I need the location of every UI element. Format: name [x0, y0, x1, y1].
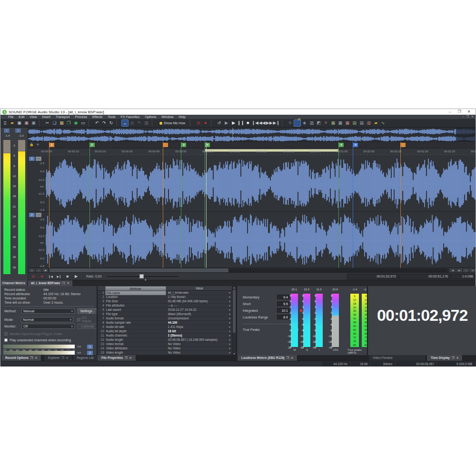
- stop-button[interactable]: ■: [64, 274, 71, 279]
- zoom-in-time-button[interactable]: +: [470, 268, 476, 272]
- row-dropdown-icon[interactable]: ▼: [228, 304, 231, 307]
- table-row[interactable]: 1File nameall_i_know.wav▼: [98, 291, 232, 295]
- table-row[interactable]: 13Video formatNo Video▼: [98, 342, 232, 347]
- channel-meter-bar-1[interactable]: [3, 140, 10, 274]
- menu-edit[interactable]: Edit: [19, 115, 24, 119]
- mdi-restore-button[interactable]: ❐: [466, 115, 469, 119]
- play-icon[interactable]: ▶: [230, 119, 237, 127]
- menu-transport[interactable]: Transport: [56, 115, 70, 119]
- record-icon[interactable]: ●: [202, 119, 209, 127]
- scrollbar-thumb[interactable]: [50, 268, 228, 272]
- zoom-out-button[interactable]: −: [36, 268, 41, 272]
- redo-icon[interactable]: ↷: [100, 119, 108, 127]
- menu-effects[interactable]: Effects: [92, 115, 102, 119]
- grid-b-icon[interactable]: ▤: [358, 119, 365, 127]
- marker-red-icon[interactable]: ▦: [344, 119, 351, 127]
- channel-meter-bar-2[interactable]: [18, 140, 25, 274]
- lock-icon[interactable]: [294, 119, 301, 127]
- zoom-in-button[interactable]: +: [29, 268, 35, 272]
- show-me-how-button[interactable]: Show Me How: [157, 121, 188, 125]
- marker-flag-3[interactable]: 3: [181, 143, 186, 147]
- close-panel-icon[interactable]: ✕: [129, 355, 132, 361]
- marker-tool-icon[interactable]: ▦: [329, 119, 337, 127]
- edit-tool-icon[interactable]: ↔: [121, 119, 129, 127]
- row-dropdown-icon[interactable]: ▼: [228, 317, 231, 320]
- row-dropdown-icon[interactable]: ▼: [228, 299, 231, 303]
- envelope-tool-icon[interactable]: ▥: [143, 119, 150, 127]
- checkbox[interactable]: [4, 332, 8, 336]
- marker-flag-2[interactable]: 2: [89, 143, 95, 147]
- tab-explorer[interactable]: Explorer❐✕: [44, 355, 73, 361]
- close-file-icon[interactable]: ✕: [67, 280, 69, 286]
- table-row[interactable]: 15Video lengthNo Video▼: [98, 351, 232, 355]
- tab-time-display[interactable]: Time Display❐✕: [427, 355, 463, 361]
- settings-button[interactable]: Settings...: [78, 308, 97, 314]
- tab-channel-meters[interactable]: Channel Meters: [0, 280, 28, 286]
- touch-tool-icon[interactable]: ✥: [287, 119, 294, 127]
- go-to-end-button[interactable]: ▶❙: [56, 274, 62, 279]
- undo-icon[interactable]: ↶: [93, 119, 100, 127]
- row-dropdown-icon[interactable]: ▼: [228, 329, 231, 333]
- marker-flag-x[interactable]: [400, 143, 406, 147]
- restore-button[interactable]: ❐: [455, 109, 464, 115]
- table-row[interactable]: 12Audio length00:06:08,457 ( 16.248.959 …: [98, 338, 232, 342]
- table-row[interactable]: 11Audio channels2 (Stereo)▼: [98, 334, 232, 338]
- table-row[interactable]: 8Audio sample rate44.100▼: [98, 321, 232, 325]
- table-row[interactable]: 3File Size63,48 MB (64.996.166 bytes)▼: [98, 299, 232, 304]
- scroll-right-button[interactable]: ▸: [456, 268, 462, 272]
- table-row[interactable]: 10Audio bit depth16 bit▼: [98, 329, 232, 334]
- column-header-value[interactable]: Value: [167, 286, 232, 291]
- menu-options[interactable]: Options: [145, 115, 156, 119]
- row-dropdown-icon[interactable]: ▼: [228, 351, 231, 355]
- rewind-icon[interactable]: ◀◀: [258, 119, 266, 127]
- channel-2-minimize[interactable]: –: [36, 213, 41, 217]
- record-select-method[interactable]: Manual▾: [21, 308, 75, 314]
- menu-file[interactable]: File: [8, 115, 13, 119]
- snap-icon[interactable]: ◈: [301, 119, 308, 127]
- table-row[interactable]: 14Video attributesNo Video▼: [98, 347, 232, 351]
- marker-flag-4[interactable]: 4: [205, 143, 210, 147]
- checkbox[interactable]: [4, 338, 8, 342]
- stop-icon[interactable]: ■: [244, 119, 251, 127]
- crossfade-icon[interactable]: ◩: [315, 119, 322, 127]
- waveform-channel-2[interactable]: 2– -2.5-6.0-12.0-Inf.-12.0-6.0-2.5: [28, 212, 476, 268]
- repeat-icon[interactable]: ↻: [108, 119, 115, 127]
- tab-file-properties[interactable]: File Properties❐✕: [98, 355, 136, 361]
- file-props-scrollbar[interactable]: ▲▼: [232, 286, 236, 355]
- close-panel-icon[interactable]: ✕: [291, 355, 293, 361]
- pencil-tool-icon[interactable]: ✎: [136, 119, 143, 127]
- menu-insert[interactable]: Insert: [42, 115, 50, 119]
- menu-fx-favorites[interactable]: FX Favorites: [121, 115, 140, 119]
- close-button[interactable]: ✕: [464, 109, 474, 115]
- play-all-icon[interactable]: ▶: [223, 119, 230, 127]
- delete-tool-icon[interactable]: ✕: [322, 119, 329, 127]
- menu-help[interactable]: Help: [178, 115, 185, 119]
- close-panel-icon[interactable]: ✕: [35, 355, 37, 361]
- table-row[interactable]: 6File typeWave (Microsoft)▼: [98, 312, 232, 317]
- overview-bar[interactable]: [28, 128, 476, 142]
- grid-a-icon[interactable]: ▤: [351, 119, 358, 127]
- row-dropdown-icon[interactable]: ▼: [228, 312, 231, 316]
- menu-process[interactable]: Process: [75, 115, 87, 119]
- scroll-left-button[interactable]: ◂: [450, 268, 456, 272]
- menu-view[interactable]: View: [30, 115, 37, 119]
- float-window-icon[interactable]: ❐: [30, 355, 33, 361]
- meter-chip-1[interactable]: 1: [4, 129, 10, 133]
- menu-tools[interactable]: Tools: [108, 115, 115, 119]
- record-into-icon[interactable]: ◉: [72, 119, 79, 127]
- tab-file-all-i-know[interactable]: all_i_know BSP.wav ❐ ✕: [28, 280, 72, 286]
- zoom-selection-button[interactable]: ◄: [42, 268, 48, 272]
- tab-loudness-meters[interactable]: Loudness Meters (EBU R128)❐✕: [238, 355, 298, 361]
- open-file-icon[interactable]: ▰: [9, 119, 16, 127]
- meter-chip-2[interactable]: 2: [15, 129, 21, 133]
- channel-1-chip[interactable]: 1: [29, 157, 35, 161]
- marker-flag-4[interactable]: 4: [338, 143, 344, 147]
- loop-record-icon[interactable]: ◎: [195, 119, 202, 127]
- table-row[interactable]: 7Audio formatUncompressed▼: [98, 317, 232, 321]
- pan-crosshair-icon[interactable]: ✛: [37, 143, 40, 147]
- table-row[interactable]: 2LocationC:\My Music\▼: [98, 295, 232, 299]
- row-dropdown-icon[interactable]: ▼: [228, 308, 231, 312]
- row-dropdown-icon[interactable]: ▼: [228, 342, 231, 346]
- row-dropdown-icon[interactable]: ▼: [228, 295, 231, 299]
- grid-c-icon[interactable]: ▥: [365, 119, 372, 127]
